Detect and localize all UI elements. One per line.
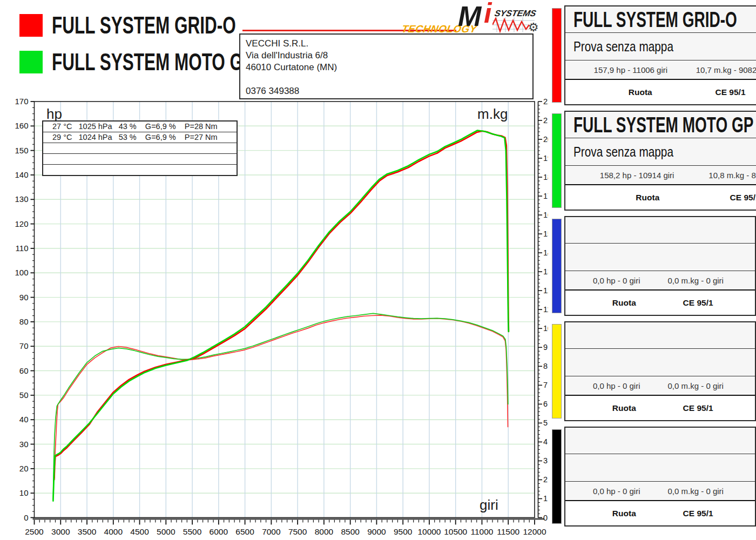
panel-box: FULL SYSTEM GRID-OProva senza mappa157,9… bbox=[564, 5, 756, 105]
panel-torque-peak: 10,8 m.kg - 8934 giri bbox=[708, 171, 756, 180]
panel-hp-peak: 0,0 hp - 0 giri bbox=[565, 487, 668, 496]
svg-text:18: 18 bbox=[543, 173, 548, 181]
svg-text:19: 19 bbox=[543, 154, 548, 163]
y-right-axis-title: m.kg bbox=[477, 106, 508, 123]
svg-text:10000: 10000 bbox=[417, 527, 441, 536]
svg-text:8: 8 bbox=[543, 362, 548, 370]
panel-box: 0,0 hp - 0 giri0,0 m.kg - 0 giriRuotaCE … bbox=[564, 321, 756, 421]
panel-values-row: 0,0 hp - 0 giri0,0 m.kg - 0 giri bbox=[565, 482, 755, 501]
svg-text:13: 13 bbox=[543, 267, 548, 276]
legend-label: FULL SYSTEM GRID-O bbox=[52, 13, 236, 38]
panel-norm: CE 95/1 bbox=[683, 298, 755, 308]
panel-torque-peak: 0,0 m.kg - 0 giri bbox=[668, 487, 755, 496]
svg-text:3500: 3500 bbox=[78, 527, 97, 536]
panel-values-row: 0,0 hp - 0 giri0,0 m.kg - 0 giri bbox=[565, 271, 755, 291]
panel-footer-row: RuotaCE 95/1 bbox=[565, 501, 755, 525]
mi-systems-logo: TECHNOLOGY M i SYSTEMS ⚙ bbox=[402, 5, 538, 33]
svg-text:50: 50 bbox=[19, 390, 29, 400]
panel-footer-row: RuotaCE 95/1 bbox=[565, 185, 756, 210]
result-panel-2[interactable]: FULL SYSTEM MOTO GPProva senza mappa158,… bbox=[552, 111, 756, 211]
svg-text:4000: 4000 bbox=[104, 527, 123, 536]
panel-box: FULL SYSTEM MOTO GPProva senza mappa158,… bbox=[564, 111, 756, 211]
svg-text:2: 2 bbox=[543, 475, 548, 484]
svg-text:15: 15 bbox=[543, 230, 548, 238]
svg-text:120: 120 bbox=[15, 219, 28, 228]
condition-row bbox=[43, 165, 237, 175]
svg-text:9500: 9500 bbox=[394, 527, 413, 536]
svg-text:10: 10 bbox=[19, 488, 29, 497]
svg-text:17: 17 bbox=[543, 192, 548, 200]
panel-hp-peak: 0,0 hp - 0 giri bbox=[565, 276, 668, 285]
svg-text:3000: 3000 bbox=[51, 527, 70, 536]
svg-text:7: 7 bbox=[543, 381, 548, 389]
panel-title-row: FULL SYSTEM GRID-O bbox=[565, 6, 756, 33]
svg-text:10500: 10500 bbox=[444, 527, 467, 536]
test-conditions-table: 27 °C 1025 hPa 43 % G=6,9 % P=28 Nm 29 °… bbox=[42, 120, 238, 176]
panel-mode: Ruota bbox=[565, 87, 716, 97]
logo-m-letter: M bbox=[458, 2, 481, 30]
panel-title-row bbox=[565, 428, 755, 454]
result-panel-5[interactable]: 0,0 hp - 0 giri0,0 m.kg - 0 giriRuotaCE … bbox=[552, 427, 756, 526]
panel-mode: Ruota bbox=[565, 298, 683, 308]
svg-text:11: 11 bbox=[543, 305, 548, 314]
svg-text:90: 90 bbox=[19, 293, 29, 302]
legend-swatch-red bbox=[19, 14, 43, 37]
svg-text:0: 0 bbox=[24, 513, 28, 522]
condition-row bbox=[43, 154, 237, 165]
panel-torque-peak: 10,7 m.kg - 9082 giri bbox=[696, 65, 756, 75]
panel-box: 0,0 hp - 0 giri0,0 m.kg - 0 giriRuotaCE … bbox=[564, 427, 756, 526]
condition-row: 27 °C 1025 hPa 43 % G=6,9 % P=28 Nm bbox=[43, 122, 237, 132]
svg-text:40: 40 bbox=[19, 415, 29, 424]
panel-norm: CE 95/1 bbox=[716, 87, 756, 97]
svg-text:5: 5 bbox=[543, 418, 548, 427]
panel-values-row: 158,2 hp - 10914 giri10,8 m.kg - 8934 gi… bbox=[565, 166, 756, 185]
panel-subtitle-row bbox=[565, 454, 755, 482]
result-panel-1[interactable]: FULL SYSTEM GRID-OProva senza mappa157,9… bbox=[552, 5, 756, 105]
panel-subtitle: Prova senza mappa bbox=[573, 144, 673, 160]
workshop-address-box: VECCHI S.R.L. Via dell'Industria 6/8 460… bbox=[239, 33, 534, 99]
panel-norm: CE 95/1 bbox=[683, 509, 755, 518]
panel-color-bar bbox=[552, 219, 562, 313]
panel-subtitle-row bbox=[565, 349, 755, 376]
svg-text:100: 100 bbox=[15, 268, 28, 277]
panel-subtitle-row: Prova senza mappa bbox=[565, 138, 756, 166]
address-blank bbox=[246, 73, 527, 85]
svg-text:12: 12 bbox=[543, 286, 548, 295]
panel-title-row: FULL SYSTEM MOTO GP bbox=[565, 112, 756, 138]
svg-text:9000: 9000 bbox=[367, 527, 386, 536]
result-panel-4[interactable]: 0,0 hp - 0 giri0,0 m.kg - 0 giriRuotaCE … bbox=[552, 321, 756, 421]
panel-values-row: 0,0 hp - 0 giri0,0 m.kg - 0 giri bbox=[565, 376, 755, 396]
panel-hp-peak: 0,0 hp - 0 giri bbox=[565, 381, 668, 390]
svg-text:1: 1 bbox=[543, 494, 548, 503]
panel-footer-row: RuotaCE 95/1 bbox=[565, 80, 756, 104]
svg-text:20: 20 bbox=[19, 464, 29, 473]
svg-text:0: 0 bbox=[543, 514, 548, 522]
panel-mode: Ruota bbox=[565, 509, 683, 518]
panel-hp-peak: 158,2 hp - 10914 giri bbox=[565, 171, 708, 180]
panel-hp-peak: 157,9 hp - 11006 giri bbox=[565, 65, 696, 75]
svg-text:12000: 12000 bbox=[523, 527, 546, 536]
svg-text:4: 4 bbox=[543, 437, 548, 446]
svg-text:10: 10 bbox=[543, 324, 548, 333]
panel-torque-peak: 0,0 m.kg - 0 giri bbox=[668, 381, 755, 390]
svg-text:3: 3 bbox=[543, 456, 548, 465]
panel-footer-row: RuotaCE 95/1 bbox=[565, 396, 755, 420]
panel-values-row: 157,9 hp - 11006 giri10,7 m.kg - 9082 gi… bbox=[565, 60, 756, 80]
gear-icon: ⚙ bbox=[528, 21, 538, 34]
workshop-city: 46010 Curtatone (MN) bbox=[246, 62, 527, 73]
panel-title-row bbox=[565, 322, 755, 349]
panel-box: 0,0 hp - 0 giri0,0 m.kg - 0 giriRuotaCE … bbox=[564, 216, 756, 316]
workshop-street: Via dell'Industria 6/8 bbox=[246, 50, 527, 62]
svg-text:30: 30 bbox=[19, 440, 29, 449]
svg-text:6500: 6500 bbox=[235, 527, 254, 536]
svg-text:160: 160 bbox=[15, 121, 28, 130]
result-panel-3[interactable]: 0,0 hp - 0 giri0,0 m.kg - 0 giriRuotaCE … bbox=[552, 216, 756, 316]
svg-text:6: 6 bbox=[543, 400, 548, 408]
svg-text:11500: 11500 bbox=[497, 527, 519, 536]
panel-title: FULL SYSTEM GRID-O bbox=[573, 8, 737, 32]
svg-text:22: 22 bbox=[543, 97, 548, 106]
svg-text:7500: 7500 bbox=[288, 527, 307, 536]
svg-text:7000: 7000 bbox=[262, 527, 281, 536]
svg-text:14: 14 bbox=[543, 248, 548, 257]
svg-text:110: 110 bbox=[16, 244, 29, 253]
